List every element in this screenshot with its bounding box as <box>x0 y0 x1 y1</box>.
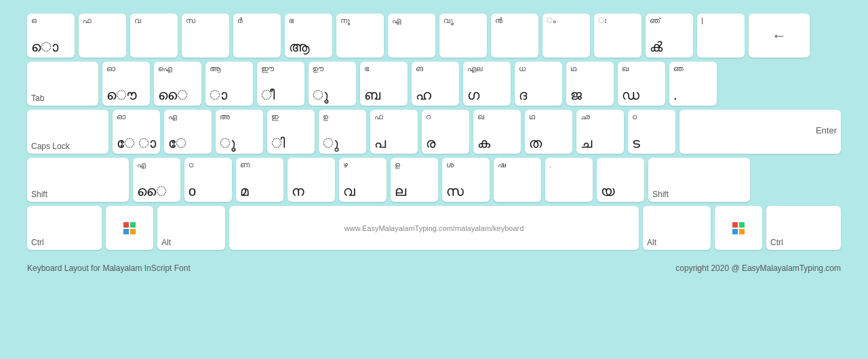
keyboard-container: ഒൊ ഫ വ സ ർ ഭആ നൂ ഏ വൃ ൻ ം ഃ ഞ്ൿ | ← Tab … <box>0 0 868 261</box>
key-aa[interactable]: ആാ <box>205 62 253 106</box>
backspace-key[interactable]: ← <box>749 14 810 58</box>
key-ta[interactable]: ഥത <box>525 110 572 154</box>
alt-right-key[interactable]: Alt <box>643 206 711 250</box>
key-pipe[interactable]: | <box>697 14 745 58</box>
key-tha[interactable]: ഥജ <box>566 62 614 106</box>
key-zha[interactable]: ഴവ <box>339 158 387 202</box>
key-row-3: Caps Lock ഓേ ാ എേ അൂ ഇി ഉു ഫപ റര ഖക ഥത ഛ… <box>27 110 841 154</box>
key-r[interactable]: ർ <box>233 14 281 58</box>
key-row-2: Tab ഓൌ ഐൈ ആാ ഈീ ഊൂ ഭബ ങഹ എലഗ ധദ ഥജ ഖഡ ഞ. <box>27 62 841 106</box>
key-dha[interactable]: ധദ <box>515 62 562 106</box>
key-ng[interactable]: ങഹ <box>412 62 459 106</box>
key-visarga[interactable]: ഃ <box>594 14 642 58</box>
key-s[interactable]: സ <box>182 14 229 58</box>
key-sha[interactable]: ശസ <box>442 158 490 202</box>
key-row-1: ഒൊ ഫ വ സ ർ ഭആ നൂ ഏ വൃ ൻ ം ഃ ഞ്ൿ | ← <box>27 14 841 58</box>
key-e[interactable]: ഏ <box>388 14 435 58</box>
key-bha[interactable]: ഭബ <box>360 62 408 106</box>
svg-rect-3 <box>130 229 136 234</box>
key-tt[interactable]: ഠo <box>184 158 232 202</box>
key-ii[interactable]: ഈീ <box>257 62 304 106</box>
key-ta2[interactable]: ഠട <box>628 110 675 154</box>
svg-rect-1 <box>130 222 136 228</box>
key-a[interactable]: അൂ <box>216 110 263 154</box>
key-ai[interactable]: ഐൈ <box>154 62 201 106</box>
tab-key[interactable]: Tab <box>27 62 98 106</box>
windows-icon <box>123 221 136 235</box>
key-la[interactable]: ളല <box>391 158 438 202</box>
svg-rect-7 <box>739 229 745 234</box>
key-dot3[interactable]: . <box>545 158 593 202</box>
alt-left-key[interactable]: Alt <box>157 206 225 250</box>
key-na2[interactable]: ന <box>288 158 335 202</box>
key-u[interactable]: ഉു <box>319 110 366 154</box>
key-ra[interactable]: റര <box>422 110 469 154</box>
caps-lock-key[interactable]: Caps Lock <box>27 110 108 154</box>
key-ya[interactable]: യ <box>597 158 644 202</box>
footer-right: copyright 2020 @ EasyMalayalamTyping.com <box>675 263 841 273</box>
key-cha[interactable]: ഛച <box>576 110 624 154</box>
shift-left-key[interactable]: Shift <box>27 158 129 202</box>
win-right-key[interactable] <box>715 206 762 250</box>
svg-rect-4 <box>732 222 738 228</box>
key-oa[interactable]: ഓേ ാ <box>113 110 160 154</box>
key-v[interactable]: വ <box>130 14 178 58</box>
key-sha2[interactable]: ഷ <box>494 158 541 202</box>
win-left-key[interactable] <box>106 206 153 250</box>
key-dot2[interactable]: ഞ. <box>669 62 717 106</box>
key-m[interactable]: ം <box>542 14 590 58</box>
key-vr[interactable]: വൃ <box>439 14 487 58</box>
key-i[interactable]: ഇി <box>267 110 315 154</box>
key-bh[interactable]: ഭആ <box>285 14 332 58</box>
key-kha[interactable]: ഖഡ <box>618 62 665 106</box>
ctrl-right-key[interactable]: Ctrl <box>766 206 841 250</box>
key-n[interactable]: ൻ <box>491 14 538 58</box>
key-o2[interactable]: ഓൌ <box>102 62 150 106</box>
key-na[interactable]: ണമ <box>236 158 283 202</box>
ctrl-left-key[interactable]: Ctrl <box>27 206 102 250</box>
key-o[interactable]: ഒൊ <box>27 14 75 58</box>
key-ga[interactable]: എലഗ <box>463 62 511 106</box>
key-uu[interactable]: ഊൂ <box>309 62 356 106</box>
key-pa[interactable]: ഫപ <box>370 110 418 154</box>
shift-right-key[interactable]: Shift <box>648 158 750 202</box>
key-e2[interactable]: എേ <box>164 110 212 154</box>
footer-left: Keyboard Layout for Malayalam InScript F… <box>27 263 191 273</box>
windows-icon-right <box>732 221 745 235</box>
footer: Keyboard Layout for Malayalam InScript F… <box>0 261 868 273</box>
key-row-5: Ctrl Alt www.EasyMalayalamTyping.com/mal… <box>27 206 841 250</box>
key-ka[interactable]: ഖക <box>473 110 521 154</box>
key-row-4: Shift എൈ ഠo ണമ ന ഴവ ളല ശസ ഷ . യ Shift <box>27 158 841 202</box>
enter-key[interactable]: Enter <box>679 110 841 154</box>
svg-rect-5 <box>739 222 745 228</box>
svg-rect-2 <box>123 229 129 234</box>
key-f[interactable]: ഫ <box>79 14 126 58</box>
key-ei[interactable]: എൈ <box>133 158 180 202</box>
key-nu[interactable]: നൂ <box>336 14 384 58</box>
svg-rect-6 <box>732 229 738 234</box>
key-nj[interactable]: ഞ്ൿ <box>646 14 693 58</box>
svg-rect-0 <box>123 222 129 228</box>
space-key[interactable]: www.EasyMalayalamTyping.com/malayalam/ke… <box>229 206 639 250</box>
